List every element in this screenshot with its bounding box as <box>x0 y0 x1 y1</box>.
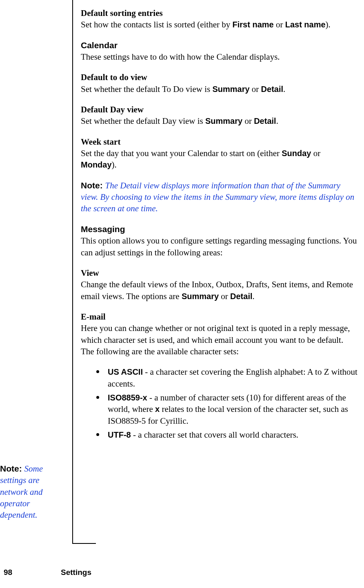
section-default-sorting: Default sorting entries Set how the cont… <box>81 7 358 31</box>
page-footer: 98Settings <box>4 567 355 578</box>
body-text: Set how the contacts list is sorted (eit… <box>81 19 358 30</box>
section-email: E-mail Here you can change whether or no… <box>81 311 358 357</box>
body-text: Set whether the default Day view is Summ… <box>81 115 358 127</box>
section-view: View Change the default views of the Inb… <box>81 267 358 302</box>
body-text: These settings have to do with how the C… <box>81 51 358 63</box>
bullet-icon <box>96 433 99 436</box>
side-note: Note: Some settings are network and oper… <box>0 463 65 521</box>
body-text: Set whether the default To Do view is Su… <box>81 83 358 95</box>
charset-list: US ASCII - a character set covering the … <box>81 366 358 440</box>
footer-title: Settings <box>61 568 91 577</box>
note-label: Note: <box>0 464 24 473</box>
heading: Messaging <box>81 224 358 235</box>
heading: View <box>81 267 358 279</box>
note-detail-summary: Note: The Detail view displays more info… <box>81 180 358 215</box>
bullet-icon <box>96 396 99 399</box>
heading: Week start <box>81 136 358 148</box>
body-text: Set the day that you want your Calendar … <box>81 148 358 171</box>
body-text: This option allows you to configure sett… <box>81 235 358 258</box>
heading: Calendar <box>81 40 358 51</box>
list-item: US ASCII - a character set covering the … <box>81 366 358 389</box>
document-page: Default sorting entries Set how the cont… <box>0 0 364 588</box>
note-body: The Detail view displays more informatio… <box>81 181 354 214</box>
heading: Default sorting entries <box>81 7 358 19</box>
body-text: Change the default views of the Inbox, O… <box>81 279 358 302</box>
section-messaging: Messaging This option allows you to conf… <box>81 224 358 258</box>
note-label: Note: <box>81 181 105 190</box>
page-number: 98 <box>4 567 61 578</box>
heading: Default to do view <box>81 72 358 83</box>
section-default-todo: Default to do view Set whether the defau… <box>81 72 358 95</box>
bullet-icon <box>96 370 99 373</box>
list-item: ISO8859-x - a number of character sets (… <box>81 392 358 427</box>
heading: E-mail <box>81 311 358 322</box>
body-text: Here you can change whether or not origi… <box>81 322 358 357</box>
horizontal-rule <box>72 543 96 544</box>
list-item: UTF-8 - a character set that covers all … <box>81 429 358 440</box>
main-column: Default sorting entries Set how the cont… <box>81 7 358 443</box>
section-default-day: Default Day view Set whether the default… <box>81 104 358 127</box>
section-week-start: Week start Set the day that you want you… <box>81 136 358 171</box>
heading: Default Day view <box>81 104 358 115</box>
vertical-rule <box>72 0 73 543</box>
section-calendar: Calendar These settings have to do with … <box>81 40 358 63</box>
